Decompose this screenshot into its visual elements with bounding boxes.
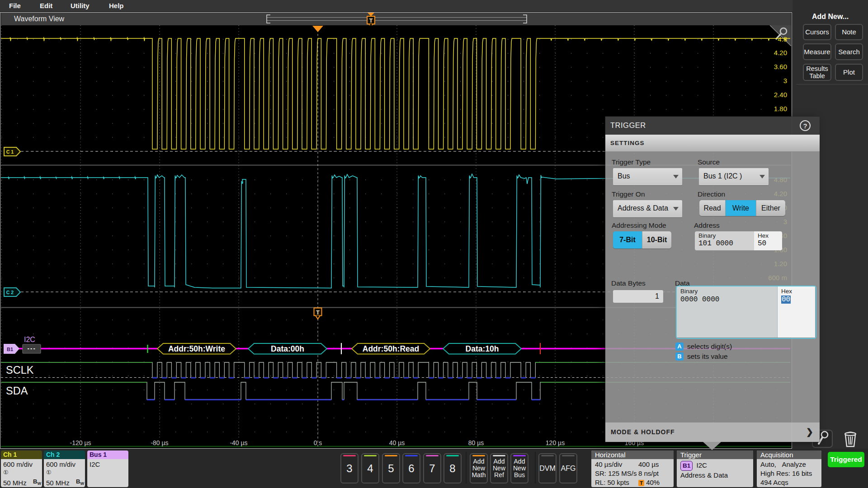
svg-text:Data:10h: Data:10h [466, 344, 499, 353]
svg-text:2.40: 2.40 [774, 91, 787, 99]
svg-text:SCLK: SCLK [6, 364, 34, 376]
svg-text:120 µs: 120 µs [546, 439, 565, 446]
svg-text:3: 3 [783, 77, 787, 84]
svg-text:1.80: 1.80 [774, 105, 787, 113]
svg-text:3.60: 3.60 [774, 63, 787, 70]
svg-text:4.20: 4.20 [774, 49, 787, 56]
svg-text:Addr:50h:Read: Addr:50h:Read [363, 344, 419, 353]
svg-text:?: ? [803, 122, 807, 130]
svg-text:Data:00h: Data:00h [271, 344, 304, 353]
svg-text:40 µs: 40 µs [389, 439, 405, 446]
svg-text:I2C: I2C [24, 336, 35, 343]
svg-text:SDA: SDA [6, 385, 28, 397]
svg-text:C 2: C 2 [6, 290, 14, 295]
svg-text:-80 µs: -80 µs [151, 439, 168, 446]
svg-text:-120 µs: -120 µs [70, 439, 91, 446]
svg-text:T: T [369, 18, 373, 24]
svg-text:T: T [316, 310, 320, 316]
svg-text:Addr:50h:Write: Addr:50h:Write [168, 344, 225, 353]
svg-text:B1: B1 [7, 347, 13, 352]
svg-text:-40 µs: -40 µs [230, 439, 247, 446]
svg-text:C 1: C 1 [6, 149, 14, 155]
svg-text:80 µs: 80 µs [468, 439, 484, 446]
